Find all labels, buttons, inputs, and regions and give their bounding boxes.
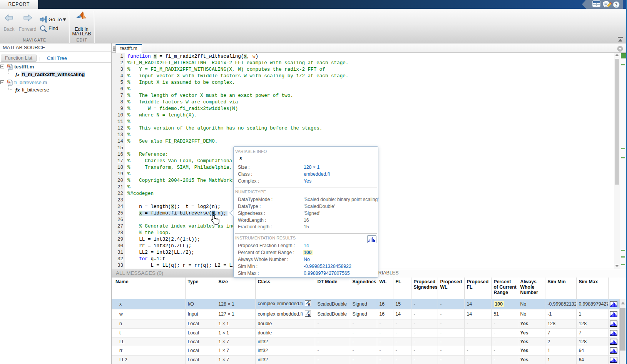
svg-text:fx: fx	[7, 79, 10, 83]
svg-text:fx: fx	[7, 63, 10, 68]
svg-text:fi: fi	[308, 303, 310, 306]
svg-text:?: ?	[615, 2, 618, 8]
svg-text:fi: fi	[308, 313, 310, 317]
